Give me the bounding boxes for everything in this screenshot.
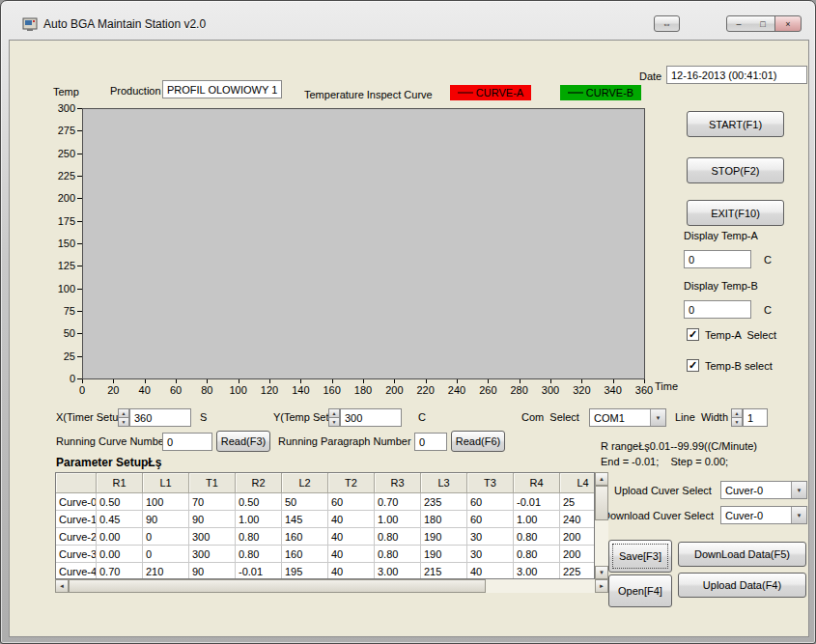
spinner-down-icon[interactable]: ▼ [118,417,129,427]
table-cell[interactable]: -0.01 [236,563,282,579]
x-timer-input[interactable]: 360 [129,408,191,427]
date-field[interactable]: 12-16-2013 (00:41:01) [666,66,807,84]
table-cell[interactable]: 3.00 [514,563,560,579]
table-cell[interactable]: 0.00 [97,528,143,546]
scroll-left-icon[interactable]: ◄ [55,579,69,593]
table-cell[interactable]: 1.00 [236,511,282,528]
line-width-input[interactable]: 1 [743,408,768,427]
table-cell[interactable]: 0.80 [375,528,421,546]
table-cell[interactable]: 0.70 [97,563,143,579]
table-cell[interactable]: 0.80 [375,546,421,563]
running-paragraph-input[interactable]: 0 [414,433,447,451]
stop-button[interactable]: STOP(F2) [687,157,784,183]
table-cell[interactable]: 300 [189,528,236,546]
table-cell[interactable]: 0.50 [97,493,143,511]
table-cell[interactable]: 200 [560,546,595,563]
table-cell[interactable]: 90 [143,511,189,528]
table-cell[interactable]: 30 [467,546,514,563]
table-cell[interactable]: 0.70 [375,493,421,511]
table-cell[interactable]: 0.45 [97,511,143,528]
horizontal-scroll-thumb[interactable] [69,579,486,593]
dropdown-arrow-icon[interactable]: ▼ [650,409,665,426]
exit-button[interactable]: EXIT(F10) [687,200,784,226]
y-temp-spinner[interactable]: ▲ ▼ [328,408,340,427]
table-cell[interactable]: 90 [189,563,236,579]
table-cell[interactable]: 200 [560,528,595,546]
table-cell[interactable]: 50 [282,493,328,511]
table-cell[interactable]: 190 [421,546,467,563]
table-cell[interactable]: 195 [282,563,328,579]
dropdown-arrow-icon[interactable]: ▼ [791,507,806,523]
line-width-spinner[interactable]: ▲ ▼ [731,408,743,427]
table-cell[interactable]: 40 [328,563,375,579]
spinner-down-icon[interactable]: ▼ [731,417,743,427]
table-cell[interactable]: 240 [560,511,595,528]
start-button[interactable]: START(F1) [687,111,784,137]
table-cell[interactable]: 0 [143,528,189,546]
close-button[interactable]: × [774,15,802,32]
table-cell[interactable]: 40 [328,546,375,563]
table-row-label[interactable]: Curve-4 [56,563,97,579]
table-cell[interactable]: 190 [421,528,467,546]
y-temp-input[interactable]: 300 [340,408,402,427]
temp-b-value-field[interactable]: 0 [684,300,751,319]
upload-curve-dropdown[interactable]: Cuver-0 ▼ [720,481,807,499]
minimize-button[interactable]: – [726,15,751,32]
table-cell[interactable]: 0.80 [514,528,560,546]
flip-3d-button[interactable]: ⇔ [654,15,680,32]
x-timer-spinner[interactable]: ▲ ▼ [118,408,129,427]
table-cell[interactable]: 215 [421,563,467,579]
titlebar[interactable]: Auto BGA Maintain Station v2.0 ⇔ – □ × [1,1,815,40]
download-data-button[interactable]: DownLoad Data(F5) [678,542,806,567]
production-input[interactable]: PROFIL OLOWIOWY 1 [162,80,282,98]
table-horizontal-scrollbar[interactable]: ◄ ► [55,579,608,593]
temp-a-value-field[interactable]: 0 [684,250,751,268]
table-row-label[interactable]: Curve-0 [56,493,97,511]
running-curve-input[interactable]: 0 [162,433,212,451]
table-cell[interactable]: 100 [143,493,189,511]
table-cell[interactable]: 225 [560,563,595,579]
open-button[interactable]: Open[F4] [608,574,672,607]
upload-data-button[interactable]: Upload Data(F4) [678,573,806,598]
table-vertical-scrollbar[interactable]: ▲ ▼ [595,472,608,579]
spinner-down-icon[interactable]: ▼ [328,417,340,427]
download-curve-dropdown[interactable]: Cuver-0 ▼ [720,506,807,524]
scroll-up-icon[interactable]: ▲ [595,472,608,486]
dropdown-arrow-icon[interactable]: ▼ [791,482,806,498]
temp-a-checkbox[interactable]: ✓ [687,328,699,341]
table-cell[interactable]: 1.00 [514,511,560,528]
scroll-right-icon[interactable]: ► [595,579,608,593]
table-cell[interactable]: 40 [328,511,375,528]
table-cell[interactable]: 235 [421,493,467,511]
table-cell[interactable]: 160 [282,528,328,546]
temp-b-checkbox[interactable]: ✓ [687,359,699,372]
table-cell[interactable]: 30 [467,528,514,546]
table-cell[interactable]: 160 [282,546,328,563]
save-button[interactable]: Save[F3] [608,540,672,573]
table-cell[interactable]: -0.01 [514,493,560,511]
read-curve-button[interactable]: Read(F3) [216,431,270,452]
table-cell[interactable]: 25 [560,493,595,511]
table-row-label[interactable]: Curve-1 [56,511,97,528]
table-cell[interactable]: 210 [143,563,189,579]
table-cell[interactable]: 1.00 [375,511,421,528]
table-cell[interactable]: 300 [189,546,236,563]
table-cell[interactable]: 40 [467,563,514,579]
table-cell[interactable]: 60 [467,493,514,511]
table-cell[interactable]: 145 [282,511,328,528]
table-cell[interactable]: 0 [143,546,189,563]
table-cell[interactable]: 0.80 [514,546,560,563]
table-cell[interactable]: 40 [328,528,375,546]
maximize-button[interactable]: □ [750,15,775,32]
table-cell[interactable]: 0.80 [236,546,282,563]
table-cell[interactable]: 3.00 [375,563,421,579]
table-cell[interactable]: 60 [328,493,375,511]
com-select-dropdown[interactable]: COM1 ▼ [589,408,666,427]
table-cell[interactable]: 0.50 [236,493,282,511]
table-cell[interactable]: 90 [189,511,236,528]
table-cell[interactable]: 0.00 [97,546,143,563]
table-cell[interactable]: 60 [467,511,514,528]
table-cell[interactable]: 0.80 [236,528,282,546]
vertical-scroll-thumb[interactable] [595,486,608,520]
scroll-down-icon[interactable]: ▼ [595,566,608,579]
